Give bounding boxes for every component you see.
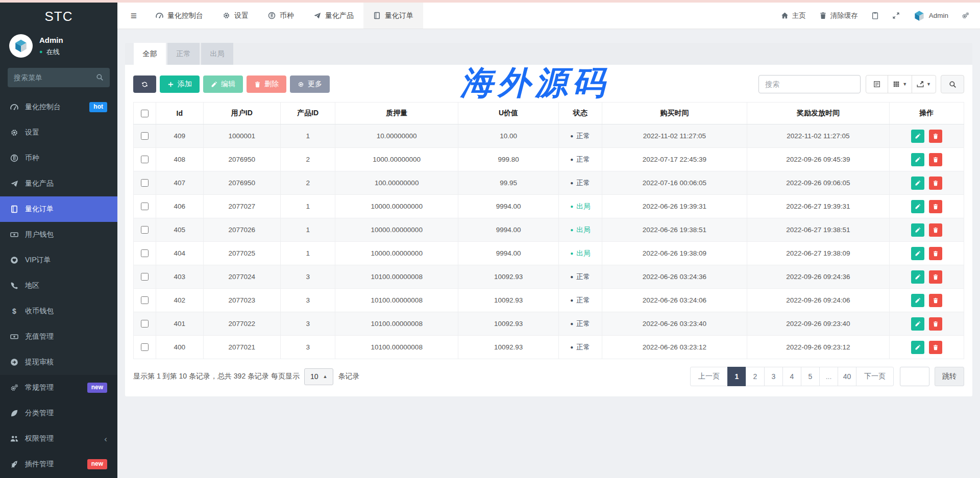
row-delete-button[interactable] [929,270,942,284]
filter-tab-1[interactable]: 正常 [167,43,200,65]
sidebar-item-6[interactable]: VIP订单 [0,247,117,273]
export-icon [917,81,924,88]
row-delete-button[interactable] [929,130,942,143]
sidebar-item-3[interactable]: 量化产品 [0,171,117,196]
cell-buy-time: 2022-06-26 03:23:40 [602,312,747,336]
hamburger-menu-icon[interactable]: ≡ [121,3,146,29]
row-edit-button[interactable] [911,317,924,331]
row-checkbox[interactable] [141,203,149,210]
search-icon [949,81,957,88]
filter-tab-0[interactable]: 全部 [134,43,166,65]
delete-button[interactable]: 删除 [247,76,286,93]
sidebar-item-2[interactable]: 币种 [0,145,117,171]
row-checkbox[interactable] [141,320,149,328]
sidebar-item-8[interactable]: $ 收币钱包 [0,298,117,324]
row-edit-button[interactable] [911,247,924,260]
page-size-select[interactable]: 10 ▲ [304,368,334,385]
fullscreen-button[interactable] [886,3,906,29]
row-delete-button[interactable] [929,200,942,213]
row-checkbox[interactable] [141,226,149,234]
sidebar-item-10[interactable]: 提现审核 [0,349,117,375]
page-item-下一页[interactable]: 下一页 [856,367,894,386]
sidebar-item-4[interactable]: 量化订单 [0,196,117,222]
nav-tab-0[interactable]: 量化控制台 [146,3,213,29]
cell-actions [889,148,964,171]
trash-icon [933,297,939,304]
sidebar-search [8,68,110,87]
row-checkbox[interactable] [141,156,149,163]
page-item-4[interactable]: 4 [782,367,801,386]
clear-cache-link-label: 清除缓存 [830,11,858,20]
nav-tab-3[interactable]: 量化产品 [304,3,363,29]
cell-id: 404 [156,242,203,265]
user-menu[interactable]: Admin [906,3,955,29]
sidebar-item-9[interactable]: 充值管理 [0,324,117,349]
toggle-view-button[interactable] [866,75,888,93]
row-delete-button[interactable] [929,177,942,190]
cell-product-id: 1 [280,218,335,242]
page-item-1[interactable]: 1 [727,367,746,386]
paste-button[interactable] [865,3,886,29]
nav-tab-1[interactable]: 设置 [213,3,258,29]
row-checkbox[interactable] [141,273,149,281]
trash-icon [933,180,939,186]
sidebar-item-13[interactable]: 权限管理 ‹ [0,426,117,451]
table-search-input[interactable] [758,75,861,93]
sidebar-item-1[interactable]: 设置 [0,120,117,145]
select-all-checkbox[interactable] [141,110,149,117]
sidebar-item-5[interactable]: 用户钱包 [0,222,117,247]
sidebar-item-0[interactable]: 量化控制台 hot [0,94,117,120]
row-checkbox[interactable] [141,179,149,187]
nav-tab-2[interactable]: 币种 [258,3,304,29]
cell-id: 402 [156,289,203,312]
page-item-3[interactable]: 3 [764,367,783,386]
home-link[interactable]: 主页 [774,3,813,29]
row-delete-button[interactable] [929,341,942,354]
row-edit-button[interactable] [911,200,924,213]
page-jump-input[interactable] [900,367,929,386]
row-delete-button[interactable] [929,247,942,260]
row-edit-button[interactable] [911,153,924,166]
row-delete-button[interactable] [929,317,942,331]
row-edit-button[interactable] [911,223,924,237]
cell-id: 400 [156,336,203,359]
cell-user-id: 2076950 [203,171,280,195]
orders-table: Id用户ID产品ID质押量U价值状态购买时间奖励发放时间操作 409 10000… [133,102,964,359]
row-checkbox[interactable] [141,132,149,140]
row-edit-button[interactable] [911,341,924,354]
sidebar-item-12[interactable]: 分类管理 [0,400,117,426]
page-jump-button[interactable]: 跳转 [935,367,964,386]
row-checkbox[interactable] [141,249,149,257]
more-button[interactable]: 更多 [290,76,330,93]
clear-cache-link[interactable]: 清除缓存 [813,3,865,29]
search-button[interactable] [941,75,964,93]
settings-button[interactable] [955,3,976,29]
page-item-上一页[interactable]: 上一页 [690,367,728,386]
row-checkbox[interactable] [141,296,149,304]
sidebar-item-label: 用户钱包 [25,230,54,239]
refresh-button[interactable] [133,76,156,93]
row-edit-button[interactable] [911,294,924,307]
row-edit-button[interactable] [911,130,924,143]
row-checkbox[interactable] [141,343,149,351]
page-item-40[interactable]: 40 [838,367,856,386]
cell-id: 408 [156,148,203,171]
page-item-5[interactable]: 5 [801,367,820,386]
edit-button[interactable]: 编辑 [203,76,243,93]
row-delete-button[interactable] [929,153,942,166]
columns-button[interactable]: ▼ [888,75,912,93]
page-item-2[interactable]: 2 [746,367,765,386]
row-edit-button[interactable] [911,270,924,284]
cell-product-id: 2 [280,148,335,171]
row-delete-button[interactable] [929,294,942,307]
sidebar-item-7[interactable]: 地区 [0,273,117,298]
filter-tab-2[interactable]: 出局 [201,43,233,65]
sidebar-item-14[interactable]: 插件管理 new [0,451,117,477]
export-button[interactable]: ▼ [912,75,936,93]
sidebar-item-11[interactable]: 常规管理 new [0,375,117,400]
sidebar-search-input[interactable] [8,68,110,87]
nav-tab-4[interactable]: 量化订单 [363,3,423,29]
row-delete-button[interactable] [929,223,942,237]
row-edit-button[interactable] [911,177,924,190]
add-button[interactable]: 添加 [160,76,200,93]
